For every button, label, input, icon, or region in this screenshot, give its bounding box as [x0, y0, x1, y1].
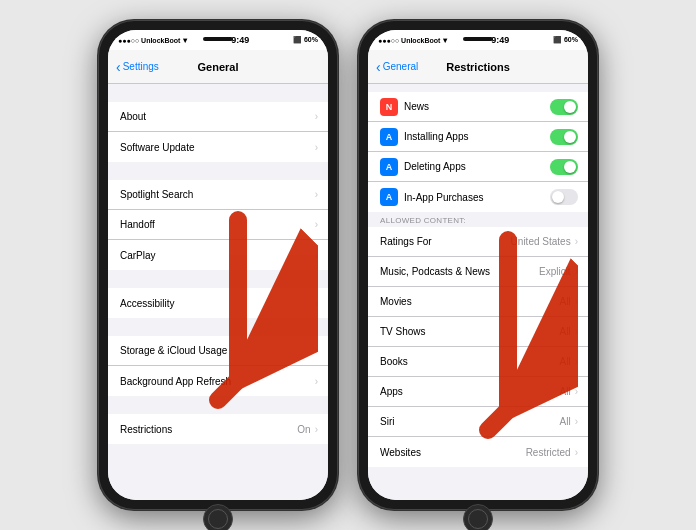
chevron-icon: ›	[315, 376, 318, 387]
installing-apps-icon: A	[380, 128, 398, 146]
time-label-2: 9:49	[491, 35, 509, 45]
nav-bar-general: ‹ Settings General	[108, 50, 328, 84]
chevron-icon: ›	[315, 345, 318, 356]
status-right: ⬛ 60%	[293, 36, 318, 44]
news-item[interactable]: N News	[368, 92, 588, 122]
item-label: Storage & iCloud Usage	[120, 345, 315, 356]
section-storage: Storage & iCloud Usage › Background App …	[108, 336, 328, 396]
websites-item[interactable]: Websites Restricted ›	[368, 437, 588, 467]
battery-icon: ⬛ 60%	[293, 36, 318, 44]
list-item[interactable]: Spotlight Search ›	[108, 180, 328, 210]
restrictions-item[interactable]: Restrictions On ›	[108, 414, 328, 444]
inapp-icon: A	[380, 188, 398, 206]
toggle-knob	[564, 161, 576, 173]
time-label: 9:49	[231, 35, 249, 45]
section-about: About › Software Update ›	[108, 102, 328, 162]
apps-item[interactable]: Apps All ›	[368, 377, 588, 407]
home-button-area-2	[368, 500, 588, 530]
allowed-section: Ratings For United States › Music, Podca…	[368, 227, 588, 467]
status-left-2: ●●●○○ UnlockBoot ▾	[378, 36, 447, 45]
movies-item[interactable]: Movies All ›	[368, 287, 588, 317]
movies-value: All	[560, 296, 571, 307]
wifi-icon-2: ▾	[443, 36, 447, 45]
ratings-item[interactable]: Ratings For United States ›	[368, 227, 588, 257]
list-item[interactable]: About ›	[108, 102, 328, 132]
news-toggle[interactable]	[550, 99, 578, 115]
list-item[interactable]: Storage & iCloud Usage ›	[108, 336, 328, 366]
chevron-icon: ›	[315, 111, 318, 122]
carrier-label: ●●●○○ UnlockBoot	[118, 37, 180, 44]
chevron-icon: ›	[575, 296, 578, 307]
chevron-icon: ›	[315, 142, 318, 153]
home-button-2[interactable]	[463, 504, 493, 530]
deleting-apps-icon: A	[380, 158, 398, 176]
siri-label: Siri	[380, 416, 560, 427]
chevron-icon: ›	[575, 236, 578, 247]
back-button[interactable]: ‹ Settings	[116, 59, 159, 75]
inapp-label: In-App Purchases	[404, 192, 484, 203]
nav-title: General	[198, 61, 239, 73]
movies-label: Movies	[380, 296, 560, 307]
back-arrow-icon-2: ‹	[376, 59, 381, 75]
chevron-icon: ›	[315, 250, 318, 261]
news-left: N News	[380, 98, 429, 116]
home-button[interactable]	[203, 504, 233, 530]
list-item[interactable]: Accessibility ›	[108, 288, 328, 318]
tvshows-value: All	[560, 326, 571, 337]
websites-label: Websites	[380, 447, 526, 458]
chevron-icon: ›	[575, 266, 578, 277]
wifi-icon: ▾	[183, 36, 187, 45]
back-label: Settings	[123, 61, 159, 72]
item-label: Handoff	[120, 219, 315, 230]
status-right-2: ⬛ 60%	[553, 36, 578, 44]
news-label: News	[404, 101, 429, 112]
nav-title-restrictions: Restrictions	[446, 61, 510, 73]
installing-apps-left: A Installing Apps	[380, 128, 469, 146]
deleting-toggle[interactable]	[550, 159, 578, 175]
deleting-apps-label: Deleting Apps	[404, 161, 466, 172]
back-arrow-icon: ‹	[116, 59, 121, 75]
toggle-section: N News A Installing Apps A	[368, 92, 588, 212]
siri-item[interactable]: Siri All ›	[368, 407, 588, 437]
books-item[interactable]: Books All ›	[368, 347, 588, 377]
websites-value: Restricted	[526, 447, 571, 458]
nav-bar-restrictions: ‹ General Restrictions	[368, 50, 588, 84]
inapp-toggle[interactable]	[550, 189, 578, 205]
list-item[interactable]: CarPlay ›	[108, 240, 328, 270]
back-button-2[interactable]: ‹ General	[376, 59, 418, 75]
home-button-inner	[208, 509, 228, 529]
list-item[interactable]: Background App Refresh ›	[108, 366, 328, 396]
list-item[interactable]: Handoff ›	[108, 210, 328, 240]
list-content-restrictions: N News A Installing Apps A	[368, 84, 588, 500]
home-button-area	[108, 500, 328, 530]
tvshows-item[interactable]: TV Shows All ›	[368, 317, 588, 347]
chevron-icon: ›	[575, 386, 578, 397]
chevron-icon: ›	[315, 189, 318, 200]
music-item[interactable]: Music, Podcasts & News Explicit ›	[368, 257, 588, 287]
installing-toggle[interactable]	[550, 129, 578, 145]
list-item[interactable]: Software Update ›	[108, 132, 328, 162]
music-value: Explicit	[539, 266, 571, 277]
list-content-general: About › Software Update › Spotlight Sear…	[108, 84, 328, 500]
chevron-icon: ›	[575, 416, 578, 427]
books-value: All	[560, 356, 571, 367]
phone-restrictions: ●●●○○ UnlockBoot ▾ 9:49 ⬛ 60% ‹ General …	[358, 20, 598, 510]
screen-general: ●●●○○ UnlockBoot ▾ 9:49 ⬛ 60% ‹ Settings…	[108, 30, 328, 500]
deleting-apps-item[interactable]: A Deleting Apps	[368, 152, 588, 182]
screen-restrictions: ●●●○○ UnlockBoot ▾ 9:49 ⬛ 60% ‹ General …	[368, 30, 588, 500]
toggle-knob	[564, 101, 576, 113]
deleting-apps-left: A Deleting Apps	[380, 158, 466, 176]
restrictions-value: On	[297, 424, 310, 435]
section-accessibility: Accessibility ›	[108, 288, 328, 318]
speaker	[203, 37, 233, 41]
section-restrictions: Restrictions On ›	[108, 414, 328, 444]
apps-label: Apps	[380, 386, 560, 397]
chevron-icon: ›	[315, 424, 318, 435]
carrier-label-2: ●●●○○ UnlockBoot	[378, 37, 440, 44]
chevron-icon: ›	[315, 219, 318, 230]
item-label: CarPlay	[120, 250, 315, 261]
phone-general: ●●●○○ UnlockBoot ▾ 9:49 ⬛ 60% ‹ Settings…	[98, 20, 338, 510]
section-spotlight: Spotlight Search › Handoff › CarPlay ›	[108, 180, 328, 270]
inapp-purchases-item[interactable]: A In-App Purchases	[368, 182, 588, 212]
installing-apps-item[interactable]: A Installing Apps	[368, 122, 588, 152]
